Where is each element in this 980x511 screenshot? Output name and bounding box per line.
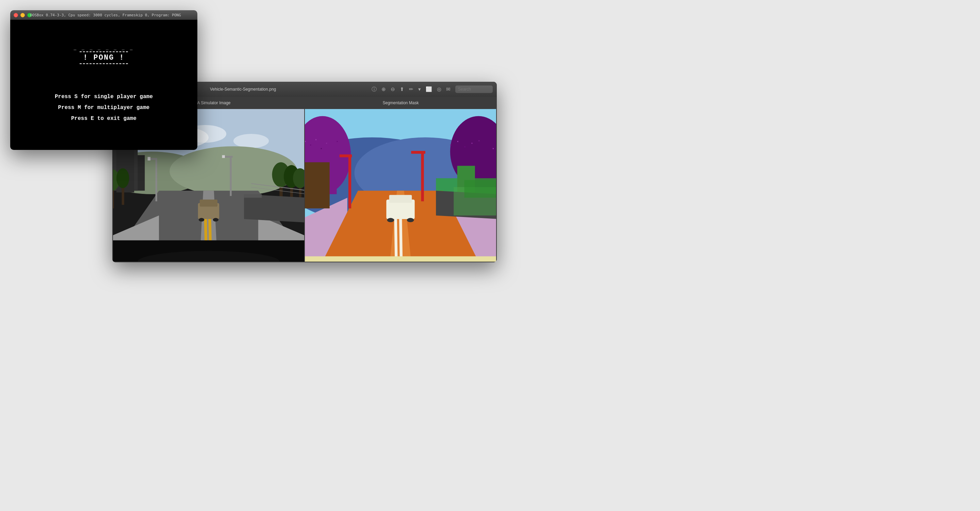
svg-rect-70 xyxy=(321,148,322,149)
svg-rect-25 xyxy=(156,159,157,201)
zoom-out-icon[interactable]: ⊖ xyxy=(391,86,395,92)
info-icon[interactable]: ⓘ xyxy=(372,86,377,93)
svg-rect-77 xyxy=(471,143,472,144)
instruction-multi: Press M for multiplayer game xyxy=(55,102,153,113)
svg-rect-58 xyxy=(340,154,352,157)
svg-rect-59 xyxy=(421,152,424,201)
svg-rect-74 xyxy=(450,144,451,145)
search-input[interactable] xyxy=(455,86,493,93)
svg-rect-66 xyxy=(305,256,496,262)
segmentation-label: Segmentation Mask xyxy=(305,101,497,105)
svg-rect-62 xyxy=(389,195,412,203)
svg-rect-34 xyxy=(200,200,218,207)
svg-rect-79 xyxy=(485,144,487,145)
svg-point-63 xyxy=(387,218,394,222)
user-icon[interactable]: ◎ xyxy=(437,86,441,92)
mail-icon[interactable]: ✉ xyxy=(446,86,450,92)
fullscreen-icon[interactable]: ⬜ xyxy=(426,86,432,92)
pong-title-box: ! PONG ! xyxy=(80,51,128,64)
share-icon[interactable]: ⬆ xyxy=(400,86,404,92)
svg-rect-80 xyxy=(493,148,494,149)
svg-rect-67 xyxy=(305,141,306,142)
svg-rect-60 xyxy=(411,151,425,153)
svg-rect-54 xyxy=(305,162,330,208)
svg-rect-78 xyxy=(479,141,479,141)
svg-rect-82 xyxy=(465,180,496,198)
svg-point-36 xyxy=(213,218,219,222)
svg-rect-75 xyxy=(457,141,458,142)
segmentation-image xyxy=(305,109,496,262)
more-icon[interactable]: ▾ xyxy=(418,86,421,92)
zoom-in-icon[interactable]: ⊕ xyxy=(382,86,386,92)
svg-marker-38 xyxy=(244,194,262,198)
svg-rect-76 xyxy=(465,146,466,147)
svg-rect-71 xyxy=(326,143,327,144)
dosbox-content: _ _ _ _ _ _ _ _ ! PONG ! Press S for sin… xyxy=(10,20,197,150)
svg-rect-73 xyxy=(337,141,337,142)
instruction-single: Press S for single player game xyxy=(55,91,153,102)
svg-point-64 xyxy=(407,218,414,222)
dosbox-window: DOSBox 0.74-3-3, Cpu speed: 3000 cycles,… xyxy=(10,10,197,150)
dosbox-titlebar: DOSBox 0.74-3-3, Cpu speed: 3000 cycles,… xyxy=(10,10,197,20)
pong-instructions: Press S for single player game Press M f… xyxy=(55,91,153,124)
toolbar-icons: ⓘ ⊕ ⊖ ⬆ ✏ ▾ ⬜ ◎ ✉ xyxy=(372,86,493,93)
svg-rect-72 xyxy=(331,146,332,147)
svg-rect-68 xyxy=(310,144,311,145)
pong-title: _ _ _ _ _ _ _ _ ! PONG ! xyxy=(73,46,134,64)
dosbox-title: DOSBox 0.74-3-3, Cpu speed: 3000 cycles,… xyxy=(17,13,194,18)
svg-rect-69 xyxy=(315,139,317,141)
svg-rect-30 xyxy=(222,155,225,158)
svg-rect-27 xyxy=(148,157,150,160)
edit-icon[interactable]: ✏ xyxy=(409,86,414,92)
svg-rect-57 xyxy=(348,155,351,208)
svg-point-12 xyxy=(116,168,129,188)
svg-point-3 xyxy=(234,134,269,148)
svg-rect-28 xyxy=(230,157,232,196)
svg-marker-37 xyxy=(244,194,304,222)
svg-point-35 xyxy=(199,218,205,222)
instruction-exit: Press E to exit game xyxy=(55,113,153,124)
